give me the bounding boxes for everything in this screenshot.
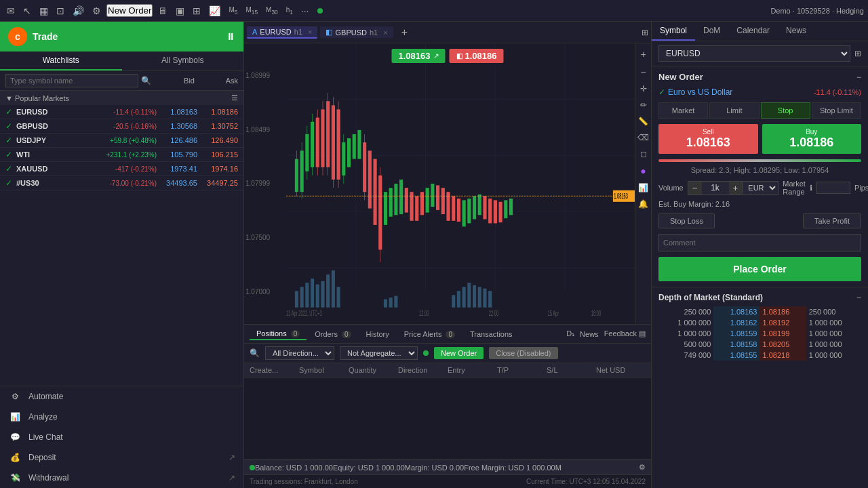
candlestick-chart: 1.08163 13 Apr 2022, UTC+3 12:00 22:00 1…: [286, 43, 635, 324]
screen-icon[interactable]: ⊡: [54, 4, 67, 18]
symbol-change: -20.5 (-0.16%): [96, 123, 157, 130]
tab-transactions[interactable]: Transactions: [463, 329, 519, 340]
tab-price-alerts[interactable]: Price Alerts 0: [397, 329, 462, 340]
chart-color-icon[interactable]: ●: [640, 165, 646, 176]
zoom-out-icon[interactable]: −: [640, 66, 646, 77]
chart2-icon[interactable]: 📈: [206, 4, 223, 18]
search-icon[interactable]: 🔍: [141, 76, 151, 85]
symbol-bid: 105.790: [157, 150, 197, 159]
new-order-bottom-button[interactable]: New Order: [434, 347, 484, 359]
instrument-name: ✓ Euro vs US Dollar: [658, 87, 732, 97]
svg-rect-52: [415, 196, 418, 221]
comment-input[interactable]: [658, 234, 861, 251]
stop-loss-button[interactable]: Stop Loss: [658, 214, 715, 228]
chart-tab-eurusd[interactable]: A EURUSD h1 ×: [247, 26, 317, 39]
speaker-icon[interactable]: 🔊: [70, 4, 87, 18]
aggregate-filter[interactable]: Not Aggregate...: [340, 346, 418, 360]
popular-markets-header[interactable]: ▼ Popular Markets ☰: [0, 91, 243, 105]
search-input[interactable]: [5, 74, 138, 87]
volume-increase-btn[interactable]: +: [729, 182, 743, 195]
tab-history[interactable]: History: [359, 329, 396, 340]
minimize-icon[interactable]: −: [856, 73, 861, 82]
dom-row[interactable]: 250 000 1.08163 1.08186 250 000: [658, 306, 861, 317]
info-icon[interactable]: ℹ: [810, 184, 812, 192]
right-tab-dom[interactable]: DoM: [695, 22, 728, 41]
indicator-icon[interactable]: 📊: [638, 183, 648, 192]
settings-icon[interactable]: ⚙: [90, 4, 104, 18]
m-label: M: [555, 464, 561, 472]
volume-decrease-btn[interactable]: −: [688, 182, 702, 195]
chart-icon[interactable]: ▦: [37, 4, 51, 18]
settings-gear-icon[interactable]: ⚙: [639, 463, 646, 472]
chart-tools-icon[interactable]: ⊞: [642, 28, 648, 37]
take-profit-button[interactable]: Take Profit: [803, 214, 861, 228]
symbol-row[interactable]: ✓ USDJPY +59.8 (+0.48%) 126.486 126.490: [0, 134, 243, 148]
pips-input[interactable]: [816, 182, 850, 194]
add-chart-icon[interactable]: +: [396, 26, 413, 39]
pencil-icon[interactable]: ✏: [640, 100, 647, 110]
external-link-icon[interactable]: ↗: [229, 473, 235, 483]
feedback-icon[interactable]: Feedback ▤: [604, 329, 646, 338]
zoom-in-icon[interactable]: +: [640, 49, 646, 60]
monitor-icon[interactable]: 🖥: [155, 4, 170, 18]
right-tab-calendar[interactable]: Calendar: [728, 22, 778, 41]
symbol-dropdown[interactable]: EURUSD: [658, 45, 850, 62]
chart-tab-gbpusd[interactable]: ◧ GBPUSD h1 ×: [320, 26, 393, 38]
symbol-row[interactable]: ✓ GBPUSD -20.5 (-0.16%) 1.30568 1.30752: [0, 119, 243, 134]
symbol-row[interactable]: ✓ #US30 -73.00 (-0.21%) 34493.65 34497.2…: [0, 176, 243, 190]
sidebar-menu-analyze[interactable]: 📊 Analyze: [0, 407, 243, 427]
pause-icon[interactable]: ⏸: [226, 31, 235, 42]
tab-orders[interactable]: Orders 0: [308, 329, 357, 340]
more-icon[interactable]: ···: [298, 4, 312, 18]
order-type-stop-limit[interactable]: Stop Limit: [812, 102, 861, 119]
symbol-row[interactable]: ✓ EURUSD -11.4 (-0.11%) 1.08163 1.08186: [0, 105, 243, 119]
place-order-button[interactable]: Place Order: [658, 257, 861, 281]
eurusd-tab-close[interactable]: ×: [308, 28, 312, 36]
gbpusd-tab-close[interactable]: ×: [383, 28, 387, 37]
sidebar-menu-deposit[interactable]: 💰 Deposit ↗: [0, 447, 243, 468]
tab-watchlists[interactable]: Watchlists: [0, 52, 122, 70]
ruler-icon[interactable]: 📏: [638, 117, 648, 126]
dom-row[interactable]: 500 000 1.08158 1.08205 1 000 000: [658, 339, 861, 350]
group-menu-icon[interactable]: ☰: [231, 94, 238, 102]
sidebar-menu-live-chat[interactable]: 💬 Live Chat: [0, 427, 243, 447]
external-link-icon[interactable]: ↗: [229, 453, 235, 462]
volume-unit-select[interactable]: EUR: [742, 182, 778, 194]
sidebar-menu-automate[interactable]: ⚙ Automate: [0, 386, 243, 407]
cursor-icon[interactable]: ↖: [20, 4, 34, 18]
bottom-search-icon[interactable]: 🔍: [250, 348, 260, 358]
mail-icon[interactable]: ✉: [4, 4, 18, 18]
crosshair-icon[interactable]: ✛: [640, 84, 647, 94]
order-type-market[interactable]: Market: [658, 102, 708, 119]
d1-icon[interactable]: D₁: [566, 329, 574, 338]
tab-positions[interactable]: Positions 0: [250, 328, 307, 340]
order-type-stop[interactable]: Stop: [761, 102, 810, 119]
dom-row[interactable]: 1 000 000 1.08159 1.08199 1 000 000: [658, 328, 861, 339]
dom-row[interactable]: 749 000 1.08155 1.08218 1 000 000: [658, 350, 861, 361]
alert-icon[interactable]: 🔔: [638, 199, 648, 209]
buy-button[interactable]: Buy 1.08186: [762, 124, 862, 154]
volume-field[interactable]: [702, 183, 729, 192]
tab-all-symbols[interactable]: All Symbols: [122, 52, 244, 70]
dom-minimize-icon[interactable]: −: [856, 293, 861, 302]
news-tab-icon[interactable]: News: [580, 330, 599, 338]
dom-row[interactable]: 1 000 000 1.08162 1.08192 1 000 000: [658, 317, 861, 328]
objects-icon[interactable]: ◻: [640, 149, 647, 159]
direction-filter[interactable]: All Direction...: [265, 346, 334, 360]
symbol-row[interactable]: ✓ XAUUSD -417 (-0.21%) 1973.41 1974.16: [0, 162, 243, 176]
symbol-expand-icon[interactable]: ⊞: [854, 49, 861, 58]
close-disabled-button[interactable]: Close (Disabled): [489, 347, 557, 359]
sell-button[interactable]: Sell 1.08163: [658, 124, 758, 154]
sidebar-menu-withdrawal[interactable]: 💸 Withdrawal ↗: [0, 468, 243, 488]
square-icon[interactable]: ▣: [173, 4, 187, 18]
eraser-icon[interactable]: ⌫: [637, 133, 649, 142]
right-tab-symbol[interactable]: Symbol: [652, 22, 695, 41]
symbol-row[interactable]: ✓ WTI +231.1 (+2.23%) 105.790 106.215: [0, 148, 243, 162]
right-tab-news[interactable]: News: [778, 22, 814, 41]
grid-icon[interactable]: ⊞: [190, 4, 203, 18]
volume-input[interactable]: − + EUR: [688, 181, 779, 195]
svg-rect-60: [457, 199, 460, 222]
new-order-button[interactable]: New Order: [106, 4, 153, 17]
order-type-limit[interactable]: Limit: [709, 102, 759, 119]
svg-rect-63: [473, 196, 476, 219]
